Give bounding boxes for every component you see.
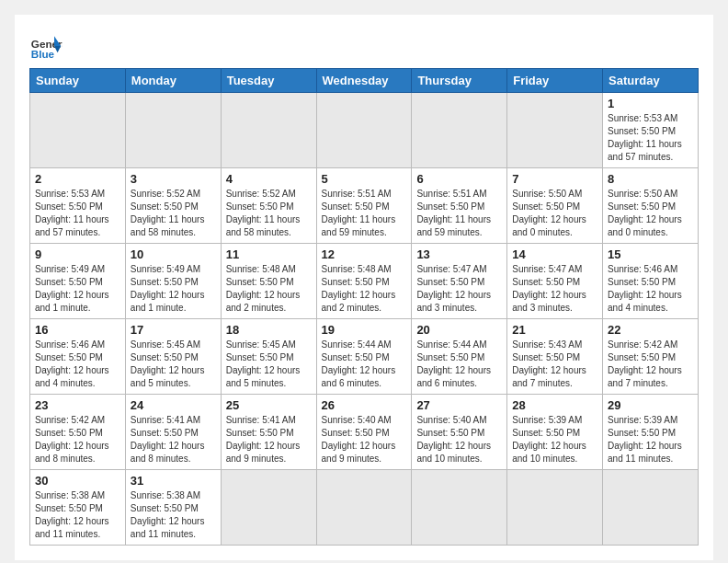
calendar-cell: 8Sunrise: 5:50 AMSunset: 5:50 PMDaylight…	[603, 168, 699, 244]
day-number: 20	[416, 323, 502, 337]
calendar-cell: 3Sunrise: 5:52 AMSunset: 5:50 PMDaylight…	[125, 168, 221, 244]
calendar-cell: 30Sunrise: 5:38 AMSunset: 5:50 PMDayligh…	[30, 470, 126, 546]
calendar-cell: 28Sunrise: 5:39 AMSunset: 5:50 PMDayligh…	[507, 395, 603, 470]
day-info: Sunrise: 5:40 AMSunset: 5:50 PMDaylight:…	[322, 414, 407, 465]
day-info: Sunrise: 5:41 AMSunset: 5:50 PMDaylight:…	[131, 414, 216, 465]
calendar-cell: 21Sunrise: 5:43 AMSunset: 5:50 PMDayligh…	[507, 319, 603, 395]
day-info: Sunrise: 5:47 AMSunset: 5:50 PMDaylight:…	[416, 263, 502, 315]
weekday-header-tuesday: Tuesday	[221, 69, 316, 93]
day-info: Sunrise: 5:43 AMSunset: 5:50 PMDaylight:…	[512, 339, 597, 390]
calendar-table: SundayMondayTuesdayWednesdayThursdayFrid…	[29, 68, 699, 546]
calendar-cell: 11Sunrise: 5:48 AMSunset: 5:50 PMDayligh…	[221, 244, 316, 319]
day-number: 14	[512, 247, 597, 261]
day-info: Sunrise: 5:45 AMSunset: 5:50 PMDaylight:…	[226, 339, 312, 390]
day-info: Sunrise: 5:44 AMSunset: 5:50 PMDaylight:…	[322, 339, 407, 390]
day-info: Sunrise: 5:47 AMSunset: 5:50 PMDaylight:…	[512, 263, 597, 315]
logo: General Blue	[29, 29, 63, 63]
day-number: 12	[322, 247, 407, 261]
weekday-header-saturday: Saturday	[603, 69, 699, 93]
calendar-cell	[507, 93, 603, 168]
calendar-cell: 7Sunrise: 5:50 AMSunset: 5:50 PMDaylight…	[507, 168, 603, 244]
calendar-week-row: 1Sunrise: 5:53 AMSunset: 5:50 PMDaylight…	[30, 93, 699, 168]
day-info: Sunrise: 5:46 AMSunset: 5:50 PMDaylight:…	[608, 263, 693, 315]
day-info: Sunrise: 5:51 AMSunset: 5:50 PMDaylight:…	[322, 188, 407, 239]
day-number: 2	[35, 172, 120, 186]
day-info: Sunrise: 5:39 AMSunset: 5:50 PMDaylight:…	[608, 414, 693, 465]
calendar-cell: 24Sunrise: 5:41 AMSunset: 5:50 PMDayligh…	[125, 395, 221, 470]
calendar-cell: 5Sunrise: 5:51 AMSunset: 5:50 PMDaylight…	[316, 168, 412, 244]
day-number: 27	[416, 398, 502, 412]
calendar-cell	[221, 470, 316, 546]
calendar-cell: 31Sunrise: 5:38 AMSunset: 5:50 PMDayligh…	[125, 470, 221, 546]
day-info: Sunrise: 5:44 AMSunset: 5:50 PMDaylight:…	[416, 339, 502, 390]
day-info: Sunrise: 5:42 AMSunset: 5:50 PMDaylight:…	[608, 339, 693, 390]
calendar-cell: 1Sunrise: 5:53 AMSunset: 5:50 PMDaylight…	[603, 93, 699, 168]
calendar-cell	[603, 470, 699, 546]
weekday-header-wednesday: Wednesday	[316, 69, 412, 93]
day-info: Sunrise: 5:46 AMSunset: 5:50 PMDaylight:…	[35, 339, 120, 390]
day-info: Sunrise: 5:51 AMSunset: 5:50 PMDaylight:…	[416, 188, 502, 239]
day-number: 9	[35, 247, 120, 261]
calendar-cell: 10Sunrise: 5:49 AMSunset: 5:50 PMDayligh…	[125, 244, 221, 319]
day-info: Sunrise: 5:42 AMSunset: 5:50 PMDaylight:…	[35, 414, 120, 465]
day-number: 19	[322, 323, 407, 337]
calendar-cell	[316, 470, 412, 546]
calendar-week-row: 23Sunrise: 5:42 AMSunset: 5:50 PMDayligh…	[30, 395, 699, 470]
day-info: Sunrise: 5:52 AMSunset: 5:50 PMDaylight:…	[131, 188, 216, 239]
day-info: Sunrise: 5:41 AMSunset: 5:50 PMDaylight:…	[226, 414, 312, 465]
day-number: 8	[608, 172, 693, 186]
day-number: 17	[131, 323, 216, 337]
day-number: 18	[226, 323, 312, 337]
svg-text:Blue: Blue	[31, 48, 55, 60]
day-info: Sunrise: 5:48 AMSunset: 5:50 PMDaylight:…	[226, 263, 312, 315]
calendar-cell	[30, 93, 126, 168]
calendar-cell	[412, 470, 507, 546]
day-number: 21	[512, 323, 597, 337]
calendar-cell: 18Sunrise: 5:45 AMSunset: 5:50 PMDayligh…	[221, 319, 316, 395]
calendar-cell: 16Sunrise: 5:46 AMSunset: 5:50 PMDayligh…	[30, 319, 126, 395]
day-info: Sunrise: 5:48 AMSunset: 5:50 PMDaylight:…	[322, 263, 407, 315]
weekday-header-friday: Friday	[507, 69, 603, 93]
day-number: 28	[512, 398, 597, 412]
logo-icon: General Blue	[29, 29, 63, 63]
calendar-week-row: 2Sunrise: 5:53 AMSunset: 5:50 PMDaylight…	[30, 168, 699, 244]
day-number: 30	[35, 474, 120, 488]
calendar-cell	[221, 93, 316, 168]
day-info: Sunrise: 5:38 AMSunset: 5:50 PMDaylight:…	[131, 489, 216, 541]
weekday-header-row: SundayMondayTuesdayWednesdayThursdayFrid…	[30, 69, 699, 93]
day-number: 13	[416, 247, 502, 261]
day-number: 4	[226, 172, 312, 186]
day-info: Sunrise: 5:52 AMSunset: 5:50 PMDaylight:…	[226, 188, 312, 239]
day-info: Sunrise: 5:49 AMSunset: 5:50 PMDaylight:…	[131, 263, 216, 315]
calendar-cell	[125, 93, 221, 168]
day-info: Sunrise: 5:53 AMSunset: 5:50 PMDaylight:…	[35, 188, 120, 239]
calendar-cell: 13Sunrise: 5:47 AMSunset: 5:50 PMDayligh…	[412, 244, 507, 319]
calendar-cell: 27Sunrise: 5:40 AMSunset: 5:50 PMDayligh…	[412, 395, 507, 470]
calendar-cell: 9Sunrise: 5:49 AMSunset: 5:50 PMDaylight…	[30, 244, 126, 319]
day-number: 23	[35, 398, 120, 412]
weekday-header-thursday: Thursday	[412, 69, 507, 93]
day-number: 22	[608, 323, 693, 337]
header: General Blue	[29, 29, 699, 63]
day-number: 15	[608, 247, 693, 261]
calendar-cell: 19Sunrise: 5:44 AMSunset: 5:50 PMDayligh…	[316, 319, 412, 395]
calendar-cell: 20Sunrise: 5:44 AMSunset: 5:50 PMDayligh…	[412, 319, 507, 395]
calendar-cell: 12Sunrise: 5:48 AMSunset: 5:50 PMDayligh…	[316, 244, 412, 319]
calendar-cell: 29Sunrise: 5:39 AMSunset: 5:50 PMDayligh…	[603, 395, 699, 470]
day-number: 29	[608, 398, 693, 412]
calendar-cell: 14Sunrise: 5:47 AMSunset: 5:50 PMDayligh…	[507, 244, 603, 319]
calendar-week-row: 9Sunrise: 5:49 AMSunset: 5:50 PMDaylight…	[30, 244, 699, 319]
day-info: Sunrise: 5:40 AMSunset: 5:50 PMDaylight:…	[416, 414, 502, 465]
calendar-cell: 2Sunrise: 5:53 AMSunset: 5:50 PMDaylight…	[30, 168, 126, 244]
calendar-cell: 17Sunrise: 5:45 AMSunset: 5:50 PMDayligh…	[125, 319, 221, 395]
calendar-cell: 26Sunrise: 5:40 AMSunset: 5:50 PMDayligh…	[316, 395, 412, 470]
day-info: Sunrise: 5:45 AMSunset: 5:50 PMDaylight:…	[131, 339, 216, 390]
day-number: 24	[131, 398, 216, 412]
day-number: 25	[226, 398, 312, 412]
day-number: 5	[322, 172, 407, 186]
day-number: 7	[512, 172, 597, 186]
day-number: 1	[608, 97, 693, 110]
day-number: 3	[131, 172, 216, 186]
day-info: Sunrise: 5:39 AMSunset: 5:50 PMDaylight:…	[512, 414, 597, 465]
calendar-page: General Blue SundayMondayTuesdayWednesda…	[15, 15, 713, 560]
